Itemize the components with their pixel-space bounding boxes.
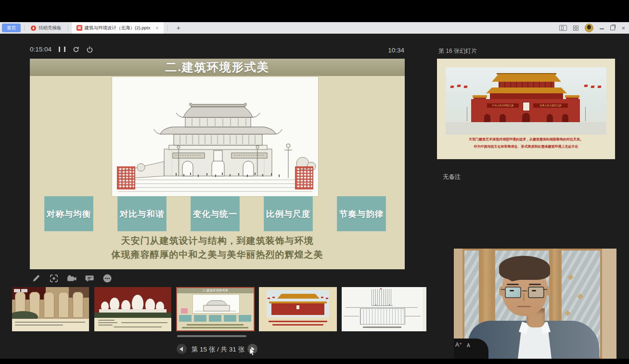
font-decrease-button[interactable]: A (467, 343, 470, 348)
banner-right: 世界人民大团结万岁 (533, 103, 568, 108)
tab-divider (167, 25, 167, 31)
person-ear (545, 286, 550, 296)
glasses-bridge (522, 290, 527, 291)
slide-thumbnail-18[interactable] (423, 287, 426, 331)
camera-icon[interactable] (66, 273, 77, 284)
clock: 10:34 (375, 47, 404, 54)
ppt-file-icon (77, 25, 82, 31)
glasses-icon (528, 287, 544, 298)
slide-caption-line2: 体现雍容醇厚的中和之美与美华丽热烈的辉煌之美 (30, 249, 405, 261)
tab-divider (24, 25, 25, 31)
person-ear (499, 286, 504, 296)
principle-boxes: 对称与均衡 对比与和谐 变化与统一 比例与尺度 节奏与韵律 (44, 196, 386, 231)
pen-icon[interactable] (31, 273, 41, 284)
preview-caption-line1: 天安门建筑艺术体现对理想环境的追求，从建筑整体到细部装饰的对位关系。 (437, 137, 615, 142)
room-wall (602, 249, 616, 359)
webcam-video[interactable] (454, 249, 616, 359)
slide-title: 二.建筑环境形式美 (30, 59, 405, 76)
browser-tab-bar: 首页 找稻壳模板 建筑与环境设计（北海）(2).pptx × + (0, 22, 629, 34)
principle-box: 比例与尺度 (264, 196, 313, 231)
new-tab-button[interactable]: + (177, 25, 180, 31)
tiananmen-engraving (112, 76, 319, 197)
power-icon[interactable] (87, 46, 93, 53)
person-eye (510, 290, 514, 291)
laser-pointer-icon[interactable] (49, 273, 59, 284)
person-nose (523, 293, 525, 301)
timer-bar: 0:15:04 (30, 46, 93, 53)
current-slide: 二.建筑环境形式美 (30, 59, 405, 269)
close-button[interactable]: × (621, 25, 625, 31)
thumbnail-slide-title: 二.建筑环境形式美 (177, 288, 254, 293)
tab-home[interactable]: 首页 (2, 24, 21, 32)
preview-caption-line2: 作为中国传统文化和审美理念、形式美原则在整体建筑环境上无处不在 (437, 144, 615, 149)
tab-document[interactable]: 建筑与环境设计（北海）(2).pptx × (72, 22, 164, 34)
prev-slide-button[interactable] (177, 344, 187, 354)
principle-box: 变化与统一 (191, 196, 240, 231)
red-seal-icon (295, 166, 313, 189)
person-eye (532, 290, 536, 291)
tab-close-icon[interactable]: × (155, 25, 158, 31)
slide-thumbnail-17[interactable] (342, 287, 423, 331)
docer-icon (31, 25, 36, 31)
glasses-temple (501, 289, 505, 290)
slide-caption-line1: 天安门从建筑设计与结构，到建筑装饰与环境 (30, 235, 405, 247)
principle-box: 节奏与韵律 (337, 196, 386, 231)
tab-docer[interactable]: 找稻壳模板 (28, 25, 64, 31)
user-avatar[interactable] (585, 24, 593, 32)
slide-thumbnail-14[interactable] (94, 287, 171, 331)
more-icon[interactable] (102, 273, 113, 284)
tab-divider (68, 25, 68, 31)
docer-tab-label: 找稻壳模板 (39, 25, 62, 31)
no-notes-label: 无备注 (443, 173, 461, 181)
screen: 首页 找稻壳模板 建筑与环境设计（北海）(2).pptx × + × 0:15:… (0, 0, 629, 364)
next-slide-header: 第 16 张幻灯片 (438, 47, 477, 55)
thumbnail-scrollbar[interactable] (177, 335, 246, 337)
banner-left: 中华人民共和国万岁 (487, 103, 519, 108)
slide-nav-text: 第 15 张 / 共 31 张 (189, 345, 247, 354)
person-eyebrow (529, 284, 541, 285)
glasses-temple (543, 289, 547, 290)
slide-thumbnail-current[interactable]: 二.建筑环境形式美 (176, 287, 255, 331)
document-tab-label: 建筑与环境设计（北海）(2).pptx (85, 25, 151, 31)
principle-box: 对称与均衡 (44, 196, 93, 231)
slide-thumbnail-13[interactable] (12, 287, 89, 331)
timer-value: 0:15:04 (30, 46, 51, 53)
restore-button[interactable] (610, 25, 615, 30)
comment-icon[interactable] (84, 273, 95, 284)
minimize-button[interactable] (600, 28, 604, 29)
tiananmen-photo: 中华人民共和国万岁 世界人民大团结万岁 (446, 67, 606, 135)
red-seal-icon (117, 166, 135, 189)
glasses-icon (505, 287, 521, 298)
next-slide-preview: 中华人民共和国万岁 世界人民大团结万岁 天安门建筑艺术体现对理想环境的追求，从建… (437, 59, 615, 159)
pause-icon[interactable] (59, 47, 65, 52)
mouse-cursor (249, 348, 257, 358)
presenter-stage: 0:15:04 10:34 二.建筑环境形式美 (0, 34, 629, 359)
reading-layout-icon[interactable] (559, 25, 567, 31)
presenter-toolbar (31, 273, 113, 284)
slide-thumbnail-16[interactable] (259, 287, 337, 331)
principle-box: 对比与和谐 (117, 196, 167, 231)
tab-grid-icon[interactable] (573, 25, 578, 31)
window-controls: × (559, 22, 625, 34)
person-mouth (517, 306, 531, 307)
font-increase-button[interactable]: A⁺ (455, 341, 462, 348)
reset-icon[interactable] (73, 46, 79, 53)
person-eyebrow (507, 284, 519, 285)
